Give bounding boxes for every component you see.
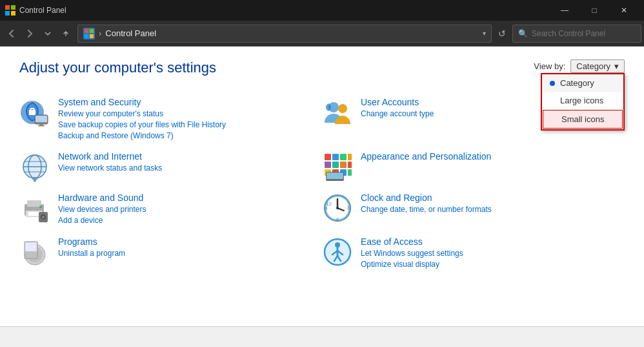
svg-rect-39 xyxy=(27,200,41,207)
svg-point-15 xyxy=(338,104,347,113)
category-ease: Ease of Access Let Windows suggest setti… xyxy=(322,231,625,275)
view-dropdown-menu: Category Large icons Small icons xyxy=(541,73,625,131)
svg-rect-30 xyxy=(340,162,347,168)
chevron-down-icon: ▾ xyxy=(614,61,619,71)
search-icon: 🔍 xyxy=(518,29,528,38)
view-by-label: View by: xyxy=(534,61,565,71)
radio-empty-icon-2 xyxy=(551,117,556,122)
svg-rect-5 xyxy=(90,29,94,33)
view-by-current: Category xyxy=(576,61,610,71)
dropdown-label-category: Category xyxy=(560,78,594,88)
dropdown-label-large-icons: Large icons xyxy=(560,96,603,105)
hardware-link-2[interactable]: Add a device xyxy=(58,215,322,226)
svg-point-42 xyxy=(39,205,42,208)
svg-rect-28 xyxy=(325,162,331,168)
forward-button[interactable] xyxy=(21,25,39,43)
titlebar-controls: — □ ✕ xyxy=(550,0,639,21)
dropdown-item-large-icons[interactable]: Large icons xyxy=(542,92,623,109)
radio-selected-icon xyxy=(550,81,555,86)
svg-rect-35 xyxy=(348,169,352,176)
address-chevron[interactable]: ▾ xyxy=(483,30,486,37)
svg-rect-6 xyxy=(85,34,88,38)
refresh-button[interactable]: ↺ xyxy=(494,26,510,41)
svg-rect-29 xyxy=(332,162,339,168)
ease-link-2[interactable]: Optimize visual display xyxy=(361,259,625,270)
dropdown-label-small-icons: Small icons xyxy=(561,114,604,124)
svg-rect-24 xyxy=(325,154,331,160)
svg-rect-4 xyxy=(85,29,88,33)
appearance-icon xyxy=(322,151,353,182)
category-system: System and Security Review your computer… xyxy=(19,92,322,146)
system-link-3[interactable]: Backup and Restore (Windows 7) xyxy=(58,131,322,142)
svg-point-45 xyxy=(42,216,45,218)
svg-rect-31 xyxy=(348,162,352,168)
system-icon xyxy=(19,97,50,128)
clock-link-1[interactable]: Change date, time, or number formats xyxy=(361,204,625,215)
dropdown-item-category[interactable]: Category xyxy=(542,74,623,92)
programs-content: Programs Uninstall a program xyxy=(58,237,322,259)
clock-content: Clock and Region Change date, time, or n… xyxy=(361,193,625,215)
svg-rect-9 xyxy=(29,110,35,115)
svg-text:6: 6 xyxy=(336,216,339,222)
network-link-1[interactable]: View network status and tasks xyxy=(58,163,322,174)
view-by-container: View by: Category ▾ Category Large icons… xyxy=(534,59,625,73)
category-clock: 12 3 6 9 Clock and Region Change date, t… xyxy=(322,187,625,231)
appearance-title[interactable]: Appearance and Personalization xyxy=(361,151,625,162)
svg-rect-3 xyxy=(11,11,15,16)
svg-rect-12 xyxy=(39,124,43,125)
svg-text:3: 3 xyxy=(347,205,350,211)
address-bar[interactable]: › Control Panel ▾ xyxy=(77,25,492,43)
ease-icon xyxy=(322,237,353,268)
search-input[interactable] xyxy=(532,29,636,38)
titlebar: Control Panel — □ ✕ xyxy=(0,0,644,21)
svg-rect-11 xyxy=(35,116,47,122)
programs-title[interactable]: Programs xyxy=(58,237,322,247)
minimize-button[interactable]: — xyxy=(550,0,579,21)
hardware-title[interactable]: Hardware and Sound xyxy=(58,193,322,203)
close-button[interactable]: ✕ xyxy=(609,0,639,21)
radio-empty-icon xyxy=(550,98,555,103)
ease-title[interactable]: Ease of Access xyxy=(361,237,625,247)
network-icon xyxy=(19,151,50,182)
system-title[interactable]: System and Security xyxy=(58,97,322,107)
appearance-content: Appearance and Personalization xyxy=(361,151,625,163)
category-network: Network and Internet View network status… xyxy=(19,146,322,187)
network-title[interactable]: Network and Internet xyxy=(58,151,322,162)
maximize-button[interactable]: □ xyxy=(579,0,609,21)
system-link-2[interactable]: Save backup copies of your files with Fi… xyxy=(58,120,322,131)
clock-title[interactable]: Clock and Region xyxy=(361,193,625,203)
hardware-icon xyxy=(19,193,50,224)
programs-link-1[interactable]: Uninstall a program xyxy=(58,248,322,259)
svg-rect-1 xyxy=(11,5,15,10)
category-appearance: Appearance and Personalization xyxy=(322,146,625,187)
dropdown-item-small-icons[interactable]: Small icons xyxy=(543,110,623,129)
titlebar-title: Control Panel xyxy=(19,6,550,15)
statusbar xyxy=(0,326,644,347)
category-hardware: Hardware and Sound View devices and prin… xyxy=(19,187,322,231)
up-button[interactable] xyxy=(57,25,75,43)
view-by-button[interactable]: Category ▾ xyxy=(570,59,625,73)
main-content: Adjust your computer's settings View by:… xyxy=(0,47,644,326)
category-programs: Programs Uninstall a program xyxy=(19,231,322,275)
recent-button[interactable] xyxy=(39,25,57,43)
svg-rect-37 xyxy=(327,173,343,179)
svg-point-50 xyxy=(336,207,339,209)
search-bar[interactable]: 🔍 xyxy=(512,25,641,43)
address-icon xyxy=(83,28,95,39)
ease-content: Ease of Access Let Windows suggest setti… xyxy=(361,237,625,270)
back-button[interactable] xyxy=(3,25,21,43)
categories-grid: System and Security Review your computer… xyxy=(19,92,625,275)
ease-link-1[interactable]: Let Windows suggest settings xyxy=(361,248,625,259)
hardware-link-1[interactable]: View devices and printers xyxy=(58,204,322,215)
svg-rect-2 xyxy=(5,11,10,16)
system-link-1[interactable]: Review your computer's status xyxy=(58,109,322,120)
svg-rect-13 xyxy=(38,125,45,127)
svg-rect-26 xyxy=(340,154,347,160)
system-content: System and Security Review your computer… xyxy=(58,97,322,141)
svg-rect-41 xyxy=(28,212,40,216)
programs-icon xyxy=(19,237,50,268)
view-by-dropdown[interactable]: Category ▾ Category Large icons Small ic… xyxy=(570,59,625,73)
svg-rect-23 xyxy=(34,180,36,182)
svg-rect-60 xyxy=(25,242,37,251)
clock-icon: 12 3 6 9 xyxy=(322,193,353,224)
